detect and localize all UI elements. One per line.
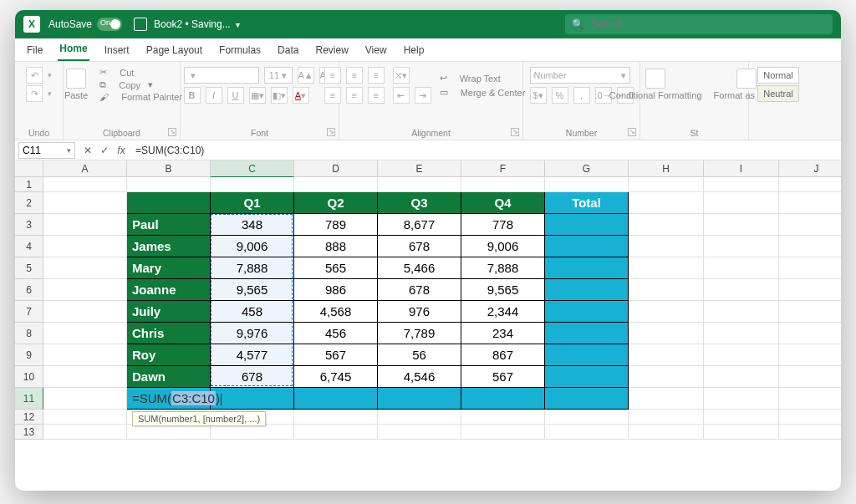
cell-G1[interactable] [545,177,629,192]
percent-icon[interactable]: % [552,87,568,104]
cell-J7[interactable] [779,301,841,323]
redo-icon[interactable]: ↷ [26,85,43,102]
tab-file[interactable]: File [25,39,44,61]
cell-C10[interactable]: 678 [211,366,294,388]
cell-H2[interactable] [629,192,704,214]
cell-A10[interactable] [43,366,127,388]
row-header-13[interactable]: 13 [15,425,43,440]
number-dialog-launcher[interactable]: ↘ [628,128,636,136]
style-normal[interactable]: Normal [757,67,799,84]
select-all-corner[interactable] [15,160,43,177]
cell-G6[interactable] [545,279,629,301]
cell-D7[interactable]: 4,568 [294,301,378,323]
cell-I5[interactable] [704,257,779,279]
cell-J11[interactable] [779,388,841,410]
cell-A3[interactable] [43,214,127,236]
tab-insert[interactable]: Insert [103,39,131,61]
cell-H5[interactable] [629,257,704,279]
cell-E1[interactable] [378,177,461,192]
clipboard-dialog-launcher[interactable]: ↘ [168,128,176,136]
font-family-select[interactable]: ▾ [184,67,259,84]
cell-G3[interactable] [545,214,629,236]
cell-J4[interactable] [779,236,841,257]
cell-B4[interactable]: James [127,236,211,257]
cell-D2[interactable]: Q2 [294,192,378,214]
cut-button[interactable]: ✂ Cut [99,67,182,78]
cell-J12[interactable] [779,410,841,425]
cell-A11[interactable] [43,388,127,410]
cell-F11[interactable] [461,388,545,410]
cell-F6[interactable]: 9,565 [461,279,545,301]
cancel-formula-button[interactable]: ✕ [80,143,95,158]
cell-H11[interactable] [629,388,704,410]
cell-F7[interactable]: 2,344 [461,301,545,323]
cell-D5[interactable]: 565 [294,257,378,279]
increase-font-icon[interactable]: A▲ [298,67,314,84]
row-header-5[interactable]: 5 [15,257,43,279]
paste-button[interactable]: Paste [61,67,91,102]
cell-A12[interactable] [43,410,127,425]
fill-color-button[interactable]: ◧▾ [271,87,288,104]
orientation-icon[interactable]: ⤭▾ [393,67,410,84]
cell-B13[interactable] [127,425,211,440]
cell-B2[interactable] [127,192,211,214]
cell-J9[interactable] [779,344,841,366]
cell-E9[interactable]: 56 [378,344,461,366]
cell-E11[interactable] [378,388,461,410]
cell-J10[interactable] [779,366,841,388]
cell-C13[interactable] [211,425,294,440]
cell-C11[interactable] [211,388,294,410]
cell-I13[interactable] [704,425,779,440]
row-header-1[interactable]: 1 [15,177,43,192]
cell-E6[interactable]: 678 [378,279,461,301]
align-center-icon[interactable]: ≡ [346,87,363,104]
row-header-12[interactable]: 12 [15,410,43,425]
cell-B5[interactable]: Mary [127,257,211,279]
cell-B8[interactable]: Chris [127,323,211,344]
cell-H9[interactable] [629,344,704,366]
align-bot-icon[interactable]: ≡ [368,67,385,84]
cell-A6[interactable] [43,279,127,301]
cell-C1[interactable] [211,177,294,192]
cell-E10[interactable]: 4,546 [378,366,461,388]
cell-D9[interactable]: 567 [294,344,378,366]
comma-icon[interactable]: , [573,87,590,104]
cell-F1[interactable] [461,177,545,192]
cell-I6[interactable] [704,279,779,301]
cell-C7[interactable]: 458 [211,301,294,323]
cell-G4[interactable] [545,236,629,257]
cell-G12[interactable] [545,410,629,425]
row-header-4[interactable]: 4 [15,236,43,257]
cell-B10[interactable]: Dawn [127,366,211,388]
cell-H6[interactable] [629,279,704,301]
cell-J3[interactable] [779,214,841,236]
cell-G5[interactable] [545,257,629,279]
cell-H1[interactable] [629,177,704,192]
cell-E4[interactable]: 678 [378,236,461,257]
cell-H8[interactable] [629,323,704,344]
cell-E3[interactable]: 8,677 [378,214,461,236]
cell-D13[interactable] [294,425,378,440]
cell-B3[interactable]: Paul [127,214,211,236]
cell-F4[interactable]: 9,006 [461,236,545,257]
cell-J8[interactable] [779,323,841,344]
format-painter-button[interactable]: 🖌 Format Painter [99,92,182,102]
save-icon[interactable] [134,18,147,31]
cell-D1[interactable] [294,177,378,192]
align-mid-icon[interactable]: ≡ [346,67,363,84]
indent-dec-icon[interactable]: ⇤ [393,87,410,104]
autosave-toggle[interactable]: AutoSave On [48,18,122,31]
row-header-9[interactable]: 9 [15,344,43,366]
chevron-down-icon[interactable]: ▾ [236,20,240,29]
cell-G2[interactable]: Total [545,192,629,214]
cell-G7[interactable] [545,301,629,323]
col-header-E[interactable]: E [378,160,461,177]
formula-input[interactable]: =SUM(C3:C10) [130,145,841,156]
cell-H4[interactable] [629,236,704,257]
cell-A9[interactable] [43,344,127,366]
undo-icon[interactable]: ↶ [26,67,43,84]
search-input[interactable] [591,18,826,30]
cell-F10[interactable]: 567 [461,366,545,388]
cell-H10[interactable] [629,366,704,388]
cell-C5[interactable]: 7,888 [211,257,294,279]
